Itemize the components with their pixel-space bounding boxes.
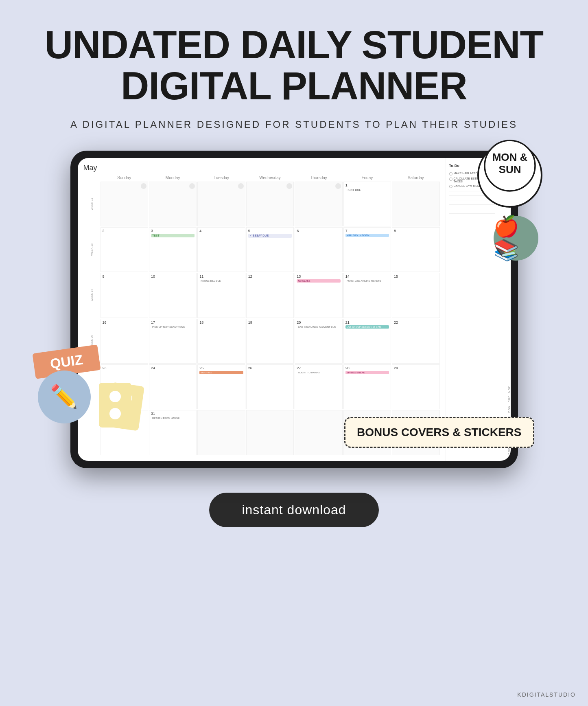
tuesday-header: Tuesday [197, 175, 245, 180]
cal-day: 18 [197, 319, 245, 364]
cal-day: 25 MEETING [197, 364, 245, 409]
cal-day: 17 PICK UP TEST SCANTRONS [149, 319, 197, 364]
thursday-header: Thursday [295, 175, 342, 180]
cal-day [246, 410, 294, 455]
divider [449, 213, 495, 214]
cal-day: 8 [392, 227, 439, 272]
main-title: UNDATED DAILY STUDENT DIGITAL PLANNER [45, 24, 543, 107]
pencil-badge: ✏️ [38, 371, 91, 423]
cal-day [295, 182, 342, 226]
week-label-11: WEEK 11 [83, 182, 100, 226]
calendar-month: May [83, 164, 440, 172]
cal-day: 14 PURCHASE AIRLINE TICKETS [343, 273, 391, 318]
subtitle: A DIGITAL PLANNER DESIGNED FOR STUDENTS … [70, 119, 518, 130]
week-label-6 [83, 410, 100, 455]
bonus-text: BONUS COVERS & STICKERS [357, 425, 522, 439]
week-col-header [83, 175, 100, 180]
week-label-18: WEEK 18 [83, 227, 100, 272]
tablet-area: MON & SUN 🍎📚 QUIZ ✏️ BONUS [70, 151, 518, 468]
cal-day: 15 [392, 273, 439, 318]
cal-day: 4 [197, 227, 245, 272]
bonus-badge: BONUS COVERS & STICKERS [344, 417, 534, 448]
cal-day: 12 [246, 273, 294, 318]
cal-day: 3 TEST [149, 227, 197, 272]
calendar-header: Sunday Monday Tuesday Wednesday Thursday… [83, 175, 440, 180]
download-btn-area: instant download [209, 493, 378, 527]
cal-day: 19 [246, 319, 294, 364]
sticker-cards [99, 383, 148, 436]
todo-checkbox [449, 178, 452, 181]
cal-day: 7 MALLORY IN TOWN [343, 227, 391, 272]
cal-day: 27 FLIGHT TO HAWAII [295, 364, 342, 409]
month-tab-dec[interactable]: DEC [498, 446, 511, 457]
instant-download-button[interactable]: instant download [209, 493, 378, 527]
cal-day: 26 [246, 364, 294, 409]
cal-day: 28 SPRING BREAK [343, 364, 391, 409]
apple-icon: 🍎📚 [494, 215, 538, 262]
cal-day [197, 410, 245, 455]
cal-day: 5 ✓ ESSAY DUE [246, 227, 294, 272]
todo-checkbox [449, 185, 452, 188]
cal-day: 29 [392, 364, 439, 409]
wednesday-header: Wednesday [246, 175, 294, 180]
sticker-dot-4 [109, 408, 121, 419]
cal-day: 22 [392, 319, 439, 364]
cal-day: 10 [149, 273, 197, 318]
svg-text:SUN: SUN [498, 163, 521, 175]
mon-sun-badge-container: MON & SUN [473, 138, 546, 213]
mon-sun-badge-svg: MON & SUN [473, 138, 546, 212]
pencil-icon: ✏️ [50, 384, 78, 410]
cal-day: 6 [295, 227, 342, 272]
sticker-card-front [99, 383, 131, 428]
cal-day: 13 NO CLASS [295, 273, 342, 318]
cal-day [197, 182, 245, 226]
saturday-header: Saturday [392, 175, 439, 180]
week-row-18: WEEK 18 2 3 TEST 4 5 ✓ ESSAY DUE 6 [83, 227, 440, 272]
friday-header: Friday [343, 175, 391, 180]
cal-day [392, 182, 439, 226]
week-row-14: WEEK 14 9 10 11 PHONE BILL DUE 12 13 NO … [83, 273, 440, 318]
month-tab-aug[interactable]: AUG [498, 404, 511, 415]
sticker-dot-3 [109, 391, 121, 402]
cal-day [295, 410, 342, 455]
cal-day: 1 RENT DUE [343, 182, 391, 226]
apple-badge: 🍎📚 [494, 216, 538, 261]
cal-day: 21 LAB GROUP SESSION @ 9AM [343, 319, 391, 364]
monday-header: Monday [149, 175, 197, 180]
week-label-14: WEEK 14 [83, 273, 100, 318]
page-wrapper: UNDATED DAILY STUDENT DIGITAL PLANNER A … [0, 0, 588, 706]
week-row-20: WEEK 20 16 17 PICK UP TEST SCANTRONS 18 … [83, 319, 440, 364]
cal-day: 20 CAR INSURANCE PAYMENT DUE [295, 319, 342, 364]
cal-day: 9 [101, 273, 148, 318]
cal-day [246, 182, 294, 226]
week-row-11: WEEK 11 1 RENT DUE [83, 182, 440, 226]
month-tab-jul[interactable]: JUL [498, 395, 511, 404]
svg-text:MON &: MON & [492, 151, 527, 163]
cal-day: 2 [101, 227, 148, 272]
cal-day [149, 182, 197, 226]
cal-day: 11 PHONE BILL DUE [197, 273, 245, 318]
cal-day: 24 [149, 364, 197, 409]
cal-day [101, 182, 148, 226]
sunday-header: Sunday [101, 175, 148, 180]
cal-day: 31 RETURN FROM HAWAII [149, 410, 197, 455]
cal-day: 16 [101, 319, 148, 364]
month-tab-jun[interactable]: JUN [498, 385, 511, 395]
watermark: KDIGITALSTUDIO [517, 691, 576, 698]
todo-checkbox [449, 172, 452, 175]
